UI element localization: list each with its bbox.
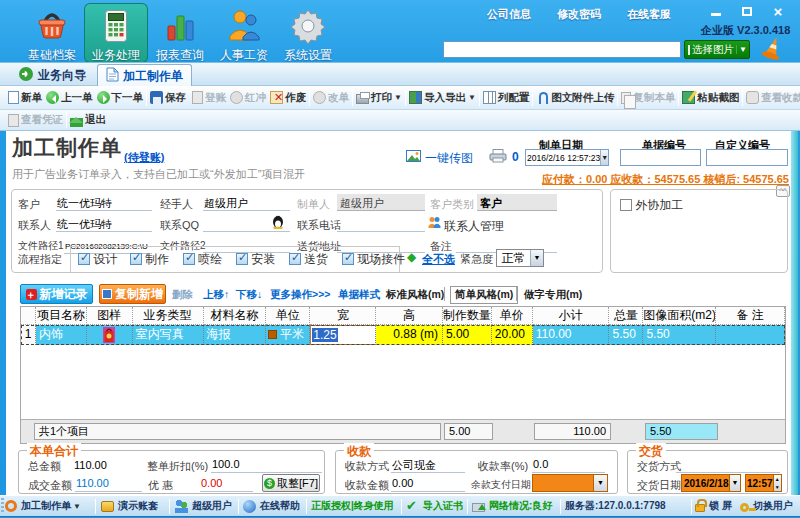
cell-subtotal[interactable]: 110.00 bbox=[533, 325, 610, 345]
maximize-button[interactable] bbox=[737, 5, 757, 20]
move-down-link[interactable]: 下移↓ bbox=[236, 288, 262, 302]
status-5[interactable]: 导入证书 bbox=[406, 499, 463, 513]
col-header-13[interactable]: 备 注 bbox=[716, 307, 785, 325]
docno-input[interactable] bbox=[620, 149, 701, 166]
date-input[interactable]: 2016/2/16 12:57:23▼ bbox=[525, 149, 609, 166]
urgency-select[interactable]: 正常 ▼ bbox=[496, 249, 544, 267]
col-header-11[interactable]: 总量 bbox=[609, 307, 643, 325]
cell-rownum[interactable]: 1 bbox=[21, 325, 36, 345]
toolbar-prev[interactable]: 上一单 bbox=[44, 91, 95, 105]
col-header-6[interactable]: 宽 bbox=[310, 307, 376, 325]
delivery-time-spinner[interactable]: 12:57▲▼ bbox=[745, 474, 782, 492]
select-image-dropdown[interactable]: ▼ bbox=[736, 45, 749, 54]
cell-material[interactable]: 海报 bbox=[204, 325, 267, 345]
col-header-2[interactable]: 图样 bbox=[87, 307, 133, 325]
payment-rate-input[interactable]: 0.0 bbox=[532, 456, 605, 473]
custom-no-input[interactable] bbox=[706, 149, 788, 166]
flow-checkbox-5[interactable]: 现场接件 bbox=[342, 251, 405, 268]
payment-amount-input[interactable]: 0.00 bbox=[391, 475, 465, 492]
cell-remark[interactable] bbox=[716, 325, 785, 345]
delivery-date-dropdown[interactable]: ▼ bbox=[729, 475, 740, 491]
deal-input[interactable]: 110.00 bbox=[75, 475, 142, 492]
copy-record-button[interactable]: 复制新增 bbox=[99, 284, 166, 304]
cell-name[interactable]: 内饰 bbox=[36, 325, 87, 345]
online-service-link[interactable]: 在线客服 bbox=[627, 7, 671, 22]
flow-checkbox-0[interactable]: 设计 bbox=[78, 251, 117, 268]
col-header-12[interactable]: 图像面积(m2) bbox=[643, 307, 716, 325]
nav-basket[interactable]: 基础档案 bbox=[20, 3, 84, 63]
change-password-link[interactable]: 修改密码 bbox=[557, 7, 601, 22]
cell-type[interactable]: 室内写真 bbox=[133, 325, 204, 345]
cell-price[interactable]: 20.00 bbox=[492, 325, 533, 345]
delete-record-link[interactable]: 删除 bbox=[172, 288, 193, 302]
status-7[interactable]: 服务器:127.0.0.1:7798 bbox=[565, 499, 666, 513]
contact-manager-link[interactable]: 联系人管理 bbox=[444, 218, 504, 235]
time-spin-buttons[interactable]: ▲▼ bbox=[773, 475, 781, 491]
cell-image[interactable] bbox=[87, 325, 133, 345]
status-9[interactable]: 切换用户 bbox=[740, 499, 793, 513]
nav-people[interactable]: 人事工资 bbox=[212, 3, 276, 63]
toolbar-attachment[interactable]: 图文附件上传 bbox=[534, 91, 616, 105]
one-key-upload-link[interactable]: 一键传图 bbox=[425, 150, 473, 167]
handler-input[interactable]: 超级用户 bbox=[203, 194, 290, 211]
status-8[interactable]: 锁 屏 bbox=[695, 499, 732, 513]
more-actions-link[interactable]: 更多操作>>> bbox=[270, 288, 330, 302]
toolbar-import-export[interactable]: 导入导出▼ bbox=[407, 91, 478, 105]
col-header-8[interactable]: 制作数量 bbox=[443, 307, 492, 325]
toolbar-exit[interactable]: 退出 bbox=[68, 113, 108, 127]
status-0[interactable]: 加工制作单▼ bbox=[5, 499, 81, 513]
qq-icon[interactable] bbox=[272, 215, 284, 229]
toolbar-print[interactable]: 打印▼ bbox=[354, 91, 404, 105]
nav-calculator[interactable]: 业务处理 bbox=[84, 3, 148, 63]
style-tab-simple[interactable]: 简单风格(m) bbox=[450, 286, 518, 304]
flow-checkbox-1[interactable]: 制作 bbox=[130, 251, 169, 268]
contact-input[interactable]: 统一优玛特 bbox=[56, 215, 152, 232]
status-6[interactable]: 网络情况:良好 bbox=[472, 499, 552, 513]
nav-gear[interactable]: 系统设置 bbox=[276, 3, 340, 63]
doc-style-link[interactable]: 单据样式 bbox=[338, 288, 380, 302]
col-header-1[interactable]: 项目名称 bbox=[36, 307, 87, 325]
due-date-dropdown[interactable]: ▼ bbox=[593, 475, 607, 491]
move-up-link[interactable]: 上移↑ bbox=[203, 288, 229, 302]
uncheck-all-link[interactable]: 全不选 bbox=[422, 252, 455, 267]
company-info-link[interactable]: 公司信息 bbox=[487, 7, 531, 22]
print-count-icon[interactable] bbox=[489, 149, 507, 163]
delivery-method-input[interactable] bbox=[676, 456, 780, 473]
toolbar-new-doc[interactable]: 新单 bbox=[4, 91, 44, 105]
col-header-0[interactable] bbox=[21, 307, 36, 325]
coupon-input[interactable]: 0.00 bbox=[200, 475, 253, 492]
phone-input[interactable] bbox=[337, 215, 425, 232]
cell-image-area[interactable]: 5.50 bbox=[643, 325, 716, 345]
cell-height[interactable]: 0.88 (m) bbox=[376, 325, 443, 345]
col-header-9[interactable]: 单价 bbox=[492, 307, 533, 325]
col-header-5[interactable]: 单位 bbox=[266, 307, 310, 325]
flow-checkbox-3[interactable]: 安装 bbox=[236, 251, 275, 268]
outsource-checkbox[interactable]: 外协加工 bbox=[620, 197, 683, 214]
status-2[interactable]: 超级用户 bbox=[175, 499, 232, 513]
cell-total-qty[interactable]: 5.50 bbox=[609, 325, 643, 345]
toolbar-void[interactable]: 作废 bbox=[268, 91, 308, 105]
urgency-dropdown[interactable]: ▼ bbox=[530, 250, 543, 266]
tab-processing-order[interactable]: 加工制作单 bbox=[97, 64, 192, 87]
minimize-button[interactable] bbox=[706, 5, 726, 20]
payment-method-input[interactable]: 公司现金 bbox=[391, 456, 465, 473]
image-path-input[interactable] bbox=[443, 41, 681, 58]
pending-status-link[interactable]: (待登账) bbox=[124, 150, 164, 165]
add-record-button[interactable]: ＋新增记录 bbox=[20, 284, 93, 304]
toolbar-save[interactable]: 保存 bbox=[148, 91, 188, 105]
cell-width[interactable]: 1.25 bbox=[310, 325, 376, 345]
toolbar-next[interactable]: 下一单 bbox=[95, 91, 146, 105]
col-header-7[interactable]: 高 bbox=[376, 307, 443, 325]
right-side-strip[interactable] bbox=[791, 131, 798, 495]
tab-wizard[interactable]: 业务向导 bbox=[10, 65, 94, 86]
select-image-button[interactable]: 选择图片 ▼ bbox=[684, 40, 750, 59]
discount-input[interactable]: 100.0 bbox=[211, 456, 322, 473]
flow-checkbox-4[interactable]: 送货 bbox=[289, 251, 328, 268]
style-tab-text[interactable]: 做字专用(m) bbox=[524, 288, 582, 302]
status-3[interactable]: 在线帮助 bbox=[243, 499, 300, 513]
due-date-select[interactable]: ▼ bbox=[532, 474, 608, 492]
col-header-3[interactable]: 业务类型 bbox=[133, 307, 204, 325]
toolbar-paste[interactable]: 粘贴截图 bbox=[680, 91, 741, 105]
customer-input[interactable]: 统一优玛特 bbox=[56, 194, 152, 211]
status-4[interactable]: 正版授权|终身使用 bbox=[311, 499, 394, 513]
